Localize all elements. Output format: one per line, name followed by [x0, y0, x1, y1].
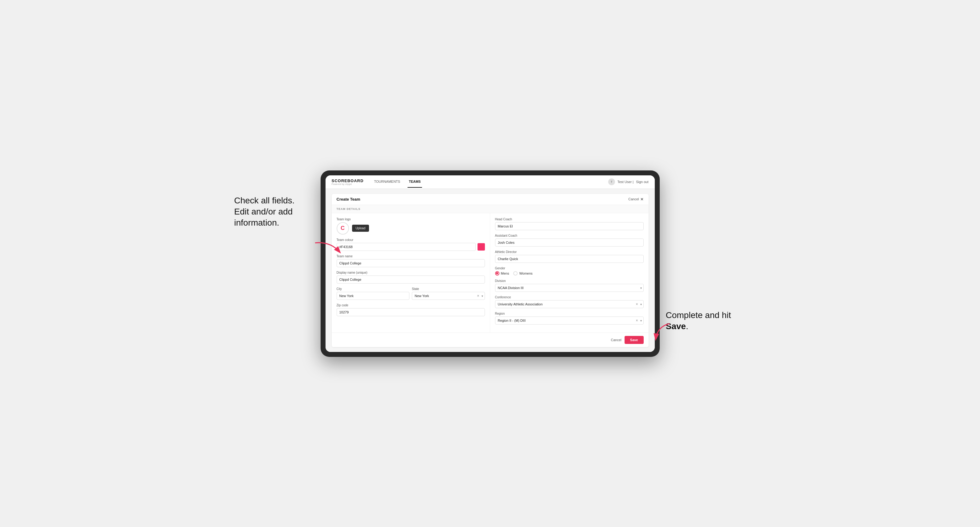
region-clear-icon[interactable]: × — [636, 318, 638, 323]
save-button[interactable]: Save — [625, 336, 644, 344]
form-left: Team logo C Upload Team colour — [332, 213, 490, 333]
nav-tournaments[interactable]: TOURNAMENTS — [373, 176, 401, 188]
cancel-header-button[interactable]: Cancel ✕ — [628, 197, 643, 202]
form-body: Team logo C Upload Team colour — [332, 213, 649, 333]
gender-group: Gender Mens Womens — [495, 267, 644, 276]
main-content: Create Team Cancel ✕ TEAM DETAILS — [326, 189, 655, 352]
region-select[interactable]: Region II - (M) DIII — [495, 316, 644, 324]
assistant-coach-input[interactable] — [495, 238, 644, 246]
zip-input[interactable] — [337, 308, 485, 316]
assistant-coach-group: Assistant Coach — [495, 234, 644, 246]
annotation-right: Complete and hit Save. — [666, 310, 746, 332]
create-team-panel: Create Team Cancel ✕ TEAM DETAILS — [332, 194, 649, 347]
athletic-director-group: Athletic Director — [495, 250, 644, 263]
conference-label: Conference — [495, 295, 644, 299]
panel-footer: Cancel Save — [332, 333, 649, 347]
navbar: SCOREBOARD Powered by clippd TOURNAMENTS… — [326, 175, 655, 189]
state-select-wrap: New York × ▾ — [412, 292, 485, 300]
user-avatar: T — [608, 178, 615, 185]
colour-input-wrap — [337, 243, 485, 251]
assistant-coach-label: Assistant Coach — [495, 234, 644, 237]
head-coach-input[interactable] — [495, 222, 644, 230]
gender-mens-label[interactable]: Mens — [495, 271, 509, 276]
athletic-director-label: Athletic Director — [495, 250, 644, 254]
logo-text: SCOREBOARD — [332, 178, 364, 183]
colour-swatch[interactable] — [477, 243, 485, 251]
panel-title: Create Team — [337, 197, 360, 202]
city-state-group: City State New York — [337, 287, 485, 300]
nav-teams[interactable]: TEAMS — [407, 176, 422, 188]
state-select[interactable]: New York — [412, 292, 485, 300]
tablet-inner: SCOREBOARD Powered by clippd TOURNAMENTS… — [326, 175, 655, 352]
team-logo-label: Team logo — [337, 217, 485, 221]
division-select-wrap: NCAA Division III ▾ — [495, 284, 644, 292]
display-name-label: Display name (unique) — [337, 271, 485, 274]
gender-mens-radio[interactable] — [495, 271, 500, 276]
region-label: Region — [495, 312, 644, 315]
division-label: Division — [495, 279, 644, 283]
gender-womens-label[interactable]: Womens — [513, 271, 532, 276]
cancel-header-label: Cancel — [628, 197, 639, 201]
upload-button[interactable]: Upload — [352, 225, 369, 232]
team-colour-input[interactable] — [337, 243, 476, 251]
head-coach-label: Head Coach — [495, 217, 644, 221]
annotation-right-bold: Save — [666, 321, 686, 331]
annotation-line2: Edit and/or add — [234, 207, 293, 216]
team-logo-group: Team logo C Upload — [337, 217, 485, 235]
panel-header: Create Team Cancel ✕ — [332, 194, 649, 205]
zip-label: Zip code — [337, 303, 485, 307]
nav-links: TOURNAMENTS TEAMS — [373, 176, 608, 188]
state-label: State — [412, 287, 485, 290]
logo-circle: C — [337, 222, 349, 235]
division-group: Division NCAA Division III ▾ — [495, 279, 644, 292]
annotation-right-prefix: Complete and hit — [666, 310, 731, 320]
team-name-group: Team name — [337, 254, 485, 267]
user-area: T Test User | Sign out — [608, 178, 649, 185]
state-clear-icon[interactable]: × — [477, 294, 479, 298]
conference-select-wrap: University Athletic Association × ▾ — [495, 300, 644, 308]
conference-select[interactable]: University Athletic Association — [495, 300, 644, 308]
conference-clear-icon[interactable]: × — [636, 302, 638, 306]
head-coach-group: Head Coach — [495, 217, 644, 230]
user-name: Test User | — [617, 180, 633, 184]
gender-mens-text: Mens — [501, 271, 509, 275]
logo-sub: Powered by clippd — [332, 183, 364, 185]
team-name-input[interactable] — [337, 259, 485, 267]
city-state-row: City State New York — [337, 287, 485, 300]
division-select[interactable]: NCAA Division III — [495, 284, 644, 292]
team-logo-area: C Upload — [337, 222, 485, 235]
annotation-line1: Check all fields. — [234, 196, 295, 205]
team-name-label: Team name — [337, 254, 485, 258]
tablet-frame: SCOREBOARD Powered by clippd TOURNAMENTS… — [321, 170, 660, 357]
team-colour-group: Team colour — [337, 238, 485, 251]
form-right: Head Coach Assistant Coach Athletic Dire… — [490, 213, 649, 333]
display-name-input[interactable] — [337, 276, 485, 284]
city-input[interactable] — [337, 292, 410, 300]
section-label: TEAM DETAILS — [332, 205, 649, 213]
city-subgroup: City — [337, 287, 410, 300]
annotation-line3: information. — [234, 218, 279, 227]
display-name-group: Display name (unique) — [337, 271, 485, 284]
gender-womens-text: Womens — [519, 271, 532, 275]
state-subgroup: State New York × ▾ — [412, 287, 485, 300]
sign-out-link[interactable]: Sign out — [636, 180, 648, 184]
annotation-right-suffix: . — [686, 321, 688, 331]
zip-group: Zip code — [337, 303, 485, 316]
team-colour-label: Team colour — [337, 238, 485, 241]
annotation-left: Check all fields. Edit and/or add inform… — [234, 195, 315, 229]
athletic-director-input[interactable] — [495, 255, 644, 263]
gender-row: Mens Womens — [495, 271, 644, 276]
city-label: City — [337, 287, 410, 290]
region-group: Region Region II - (M) DIII × ▾ — [495, 312, 644, 324]
logo-area: SCOREBOARD Powered by clippd — [332, 178, 364, 185]
cancel-footer-button[interactable]: Cancel — [611, 338, 622, 342]
gender-label: Gender — [495, 267, 644, 270]
region-select-wrap: Region II - (M) DIII × ▾ — [495, 316, 644, 324]
conference-group: Conference University Athletic Associati… — [495, 295, 644, 308]
gender-womens-radio[interactable] — [513, 271, 518, 276]
close-icon: ✕ — [640, 197, 644, 202]
